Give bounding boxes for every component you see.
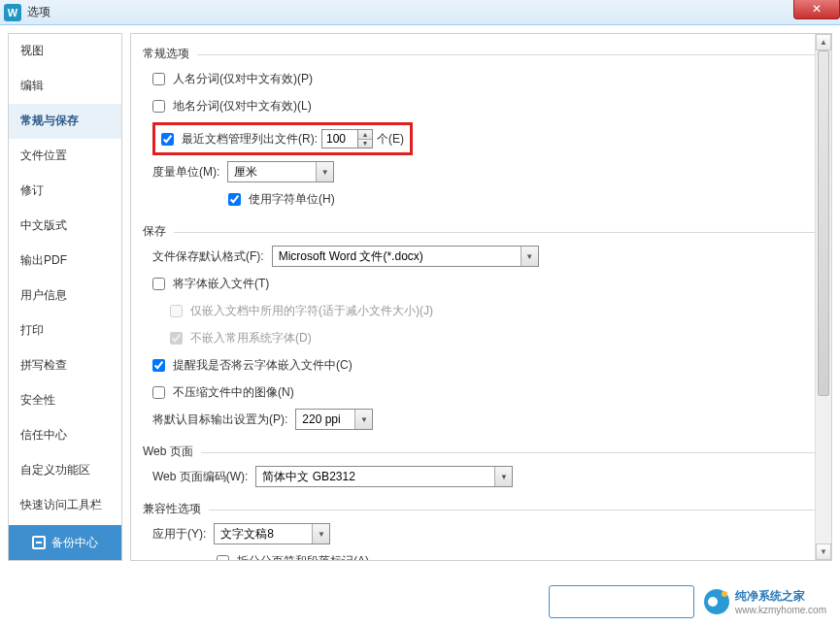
checkbox-name-seg[interactable] xyxy=(152,73,165,85)
select-measure-unit[interactable]: 厘米 ▼ xyxy=(227,161,334,182)
backup-icon xyxy=(32,536,46,549)
close-button[interactable]: ✕ xyxy=(793,0,840,19)
checkbox-no-compress-img[interactable] xyxy=(152,386,165,399)
sidebar-item-view[interactable]: 视图 xyxy=(9,34,121,69)
checkbox-recent-docs[interactable] xyxy=(161,133,174,146)
sidebar-item-customize-ribbon[interactable]: 自定义功能区 xyxy=(9,453,121,488)
select-apply-to[interactable]: 文字文稿8 ▼ xyxy=(214,523,330,544)
spinner-down-icon[interactable]: ▼ xyxy=(358,140,372,148)
spinner-recent-docs[interactable]: ▲ ▼ xyxy=(321,129,373,148)
scroll-down-button[interactable]: ▼ xyxy=(816,544,831,560)
select-web-encoding[interactable]: 简体中文 GB2312 ▼ xyxy=(255,466,513,487)
watermark-brand: 纯净系统之家 xyxy=(735,589,805,603)
label-place-seg[interactable]: 地名分词(仅对中文有效)(L) xyxy=(173,98,312,115)
ok-button[interactable] xyxy=(549,585,694,618)
window-titlebar: W 选项 ✕ xyxy=(0,0,840,25)
label-recent-docs-unit: 个(E) xyxy=(377,131,404,148)
section-save-title: 保存 xyxy=(143,224,174,238)
chevron-down-icon: ▼ xyxy=(521,247,538,266)
select-target-output-value: 220 ppi xyxy=(296,412,354,426)
scroll-track[interactable] xyxy=(816,50,831,544)
section-general-title: 常规选项 xyxy=(143,47,197,60)
spinner-up-icon[interactable]: ▲ xyxy=(358,130,372,140)
sidebar-item-print[interactable]: 打印 xyxy=(9,313,121,348)
sidebar-item-security[interactable]: 安全性 xyxy=(9,383,121,418)
watermark-logo-icon xyxy=(704,589,729,614)
checkbox-remind-cloud[interactable] xyxy=(152,359,165,372)
sidebar-item-quick-access[interactable]: 快速访问工具栏 xyxy=(9,488,121,523)
sidebar-item-revision[interactable]: 修订 xyxy=(9,174,121,209)
backup-center-button[interactable]: 备份中心 xyxy=(9,525,121,560)
label-embed-fonts[interactable]: 将字体嵌入文件(T) xyxy=(173,276,269,292)
sidebar-item-user-info[interactable]: 用户信息 xyxy=(9,279,121,313)
watermark-url: www.kzmyhome.com xyxy=(735,605,826,615)
label-target-output: 将默认目标输出设置为(P): xyxy=(152,412,287,428)
section-compat: 兼容性选项 应用于(Y): 文字文稿8 ▼ 拆分分页符和段落标记(A) xyxy=(143,501,816,560)
label-recent-docs[interactable]: 最近文档管理列出文件(R): xyxy=(182,131,318,148)
scroll-thumb[interactable] xyxy=(818,50,829,396)
select-measure-unit-value: 厘米 xyxy=(228,164,316,181)
highlight-recent-docs: 最近文档管理列出文件(R): ▲ ▼ 个(E) xyxy=(152,122,413,155)
checkbox-embed-fonts[interactable] xyxy=(152,278,165,290)
sidebar-item-output-pdf[interactable]: 输出PDF xyxy=(9,244,121,279)
vertical-scrollbar[interactable]: ▲ ▼ xyxy=(815,34,831,560)
label-char-unit[interactable]: 使用字符单位(H) xyxy=(249,191,335,208)
section-web-title: Web 页面 xyxy=(143,445,201,458)
label-no-embed-sys: 不嵌入常用系统字体(D) xyxy=(190,330,312,346)
select-target-output[interactable]: 220 ppi ▼ xyxy=(295,409,373,430)
backup-label: 备份中心 xyxy=(51,535,98,551)
label-split-marks[interactable]: 拆分分页符和段落标记(A) xyxy=(237,553,369,561)
input-recent-docs[interactable] xyxy=(322,130,357,148)
sidebar: 视图 编辑 常规与保存 文件位置 修订 中文版式 输出PDF 用户信息 打印 拼… xyxy=(8,33,122,561)
label-name-seg[interactable]: 人名分词(仅对中文有效)(P) xyxy=(173,71,313,87)
close-icon: ✕ xyxy=(812,2,822,16)
checkbox-place-seg[interactable] xyxy=(152,100,165,113)
section-save: 保存 文件保存默认格式(F): Microsoft Word 文件(*.docx… xyxy=(143,223,816,430)
content-panel: 常规选项 人名分词(仅对中文有效)(P) 地名分词(仅对中文有效)(L) 最近文… xyxy=(130,33,832,561)
sidebar-item-general-save[interactable]: 常规与保存 xyxy=(9,104,121,139)
chevron-down-icon: ▼ xyxy=(494,467,512,486)
chevron-down-icon: ▼ xyxy=(312,524,329,544)
label-no-compress-img[interactable]: 不压缩文件中的图像(N) xyxy=(173,384,294,401)
sidebar-item-file-location[interactable]: 文件位置 xyxy=(9,139,121,174)
section-compat-title: 兼容性选项 xyxy=(143,502,209,515)
chevron-down-icon: ▼ xyxy=(316,162,333,181)
select-apply-to-value: 文字文稿8 xyxy=(215,526,312,543)
label-default-format: 文件保存默认格式(F): xyxy=(152,248,264,265)
chevron-down-icon: ▼ xyxy=(354,410,372,429)
footer: 纯净系统之家 www.kzmyhome.com xyxy=(549,585,826,618)
label-embed-only-used: 仅嵌入文档中所用的字符(适于减小文件大小)(J) xyxy=(190,303,433,319)
select-web-encoding-value: 简体中文 GB2312 xyxy=(256,469,494,485)
section-general: 常规选项 人名分词(仅对中文有效)(P) 地名分词(仅对中文有效)(L) 最近文… xyxy=(143,46,816,210)
sidebar-item-trust-center[interactable]: 信任中心 xyxy=(9,418,121,453)
checkbox-char-unit[interactable] xyxy=(228,193,241,206)
label-remind-cloud[interactable]: 提醒我是否将云字体嵌入文件中(C) xyxy=(173,357,353,374)
sidebar-item-spellcheck[interactable]: 拼写检查 xyxy=(9,348,121,383)
app-icon: W xyxy=(4,4,21,21)
watermark: 纯净系统之家 www.kzmyhome.com xyxy=(704,588,826,615)
label-apply-to: 应用于(Y): xyxy=(152,526,206,543)
sidebar-item-edit[interactable]: 编辑 xyxy=(9,69,121,104)
section-web: Web 页面 Web 页面编码(W): 简体中文 GB2312 ▼ xyxy=(143,444,816,487)
select-default-format-value: Microsoft Word 文件(*.docx) xyxy=(273,248,521,265)
checkbox-embed-only-used xyxy=(170,305,183,317)
checkbox-no-embed-sys xyxy=(170,332,183,345)
label-measure-unit: 度量单位(M): xyxy=(152,164,219,181)
sidebar-item-chinese-layout[interactable]: 中文版式 xyxy=(9,209,121,244)
window-title: 选项 xyxy=(27,4,50,20)
label-web-encoding: Web 页面编码(W): xyxy=(152,469,248,485)
scroll-up-button[interactable]: ▲ xyxy=(816,34,831,50)
checkbox-split-marks[interactable] xyxy=(217,555,229,561)
select-default-format[interactable]: Microsoft Word 文件(*.docx) ▼ xyxy=(272,246,539,267)
